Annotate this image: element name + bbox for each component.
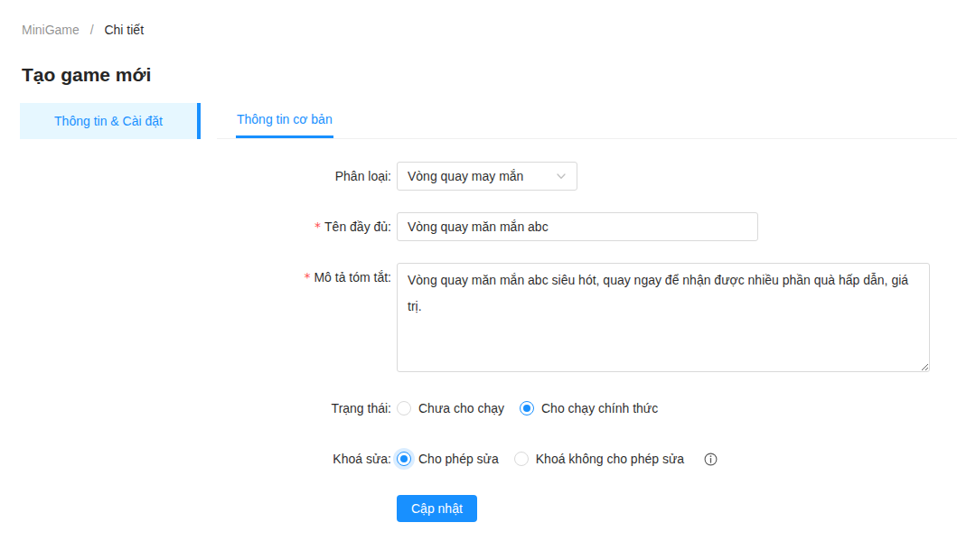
form-row-lock-edit: Khoá sửa: Cho phép sửa Khoá không cho ph…: [217, 444, 957, 473]
required-mark: *: [304, 270, 310, 285]
info-circle-icon[interactable]: [704, 453, 718, 466]
chevron-down-icon: [556, 171, 567, 182]
content-panel: Thông tin cơ bản Phân loại: Vòng quay ma…: [217, 103, 957, 544]
radio-label: Chưa cho chạy: [418, 401, 504, 415]
lock-edit-label: Khoá sửa:: [217, 444, 391, 473]
radio-circle-icon: [520, 401, 534, 415]
radio-label: Cho phép sửa: [418, 452, 499, 466]
description-label-text: Mô tả tóm tắt:: [314, 270, 391, 285]
side-tab-list: Thông tin & Cài đặt: [20, 103, 201, 544]
breadcrumb: MiniGame / Chi tiết: [22, 22, 957, 38]
update-button[interactable]: Cập nhật: [397, 495, 477, 522]
category-select[interactable]: Vòng quay may mắn: [397, 162, 577, 191]
radio-circle-icon: [397, 452, 411, 466]
radio-label: Khoá không cho phép sửa: [536, 452, 684, 466]
page-title: Tạo game mới: [22, 63, 957, 87]
status-radio-group: Chưa cho chạy Cho chạy chính thức: [397, 394, 673, 423]
radio-cho-chay-chinh-thuc[interactable]: Cho chạy chính thức: [520, 401, 658, 415]
breadcrumb-separator: /: [90, 23, 94, 37]
radio-label: Cho chạy chính thức: [541, 401, 658, 415]
radio-circle-icon: [397, 401, 411, 415]
form-row-full-name: *Tên đầy đủ:: [217, 212, 957, 241]
required-mark: *: [314, 219, 321, 234]
full-name-input[interactable]: [397, 212, 758, 241]
breadcrumb-item-minigame[interactable]: MiniGame: [22, 23, 80, 37]
radio-circle-icon: [514, 452, 529, 466]
form-row-status: Trạng thái: Chưa cho chạy Cho chạy chính…: [217, 394, 957, 423]
side-tab-thong-tin-cai-dat[interactable]: Thông tin & Cài đặt: [20, 103, 201, 139]
lock-edit-radio-group: Cho phép sửa Khoá không cho phép sửa: [397, 444, 718, 473]
form-row-category: Phân loại: Vòng quay may mắn: [217, 162, 957, 191]
form-row-submit: Cập nhật: [217, 495, 957, 522]
tab-thong-tin-co-ban[interactable]: Thông tin cơ bản: [236, 103, 333, 138]
full-name-label-text: Tên đầy đủ:: [324, 219, 391, 234]
description-textarea[interactable]: Vòng quay măn mắn abc siêu hót, quay nga…: [397, 263, 930, 372]
content-tab-bar: Thông tin cơ bản: [217, 103, 957, 139]
game-form: Phân loại: Vòng quay may mắn *Tên đầy đủ…: [217, 162, 957, 522]
radio-cho-phep-sua[interactable]: Cho phép sửa: [397, 452, 499, 466]
radio-chua-cho-chay[interactable]: Chưa cho chạy: [397, 401, 504, 415]
breadcrumb-item-chi-tiet: Chi tiết: [104, 23, 144, 37]
category-select-value: Vòng quay may mắn: [408, 169, 556, 183]
form-row-description: *Mô tả tóm tắt: Vòng quay măn mắn abc si…: [217, 263, 957, 372]
main-layout: Thông tin & Cài đặt Thông tin cơ bản Phâ…: [0, 103, 957, 544]
full-name-label: *Tên đầy đủ:: [217, 212, 391, 241]
status-label: Trạng thái:: [217, 394, 391, 423]
description-label: *Mô tả tóm tắt:: [217, 263, 391, 292]
category-label: Phân loại:: [217, 162, 391, 191]
radio-khoa-khong-cho-phep-sua[interactable]: Khoá không cho phép sửa: [514, 452, 684, 466]
